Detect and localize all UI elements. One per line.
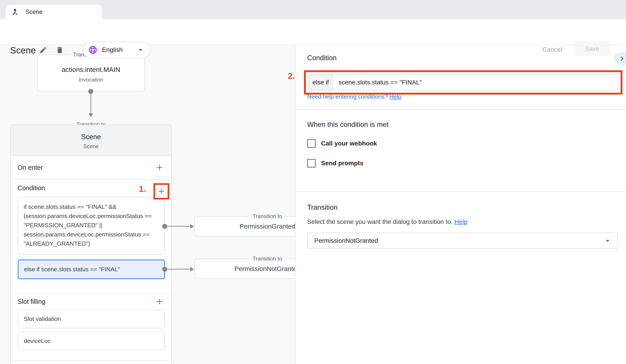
on-enter-label: On enter (18, 164, 43, 171)
slot-filling-row: Slot filling (11, 293, 171, 310)
prompts-option-row: Send prompts (307, 159, 363, 168)
add-condition-button-highlighted[interactable] (154, 183, 169, 199)
collapse-panel-button[interactable] (613, 52, 626, 65)
send-prompts-label: Send prompts (321, 160, 363, 167)
page-title: Scene (10, 45, 36, 55)
connector-dot (162, 224, 167, 229)
scene-node-card: Transition to Scene Scene On enter Condi… (10, 124, 172, 364)
transition-help-link[interactable]: Help (454, 218, 467, 225)
divider (295, 191, 626, 191)
language-selector[interactable]: English (83, 41, 151, 58)
slot-filling-label: Slot filling (18, 298, 45, 305)
condition-detail-panel: Condition else if Need help entering con… (295, 45, 626, 364)
connector-arrowhead (190, 267, 194, 271)
save-button[interactable]: Save (574, 41, 611, 56)
condition-section-label: Condition (18, 184, 45, 192)
connector-line (91, 93, 91, 113)
slot-deviceloc-item[interactable]: deviceLoc (18, 332, 165, 350)
condition-editor-highlight: else if (304, 70, 623, 95)
annotation-step-2: 2. (288, 72, 295, 81)
slot-deviceloc-label: deviceLoc (24, 337, 51, 344)
chevron-right-icon (618, 54, 626, 63)
scene-merge-icon (11, 7, 20, 16)
connector-line (167, 226, 191, 227)
target-title: PermissionNotGranted (234, 265, 300, 273)
target-title: PermissionGranted (239, 223, 295, 230)
language-caret-icon (137, 46, 144, 54)
divider (295, 109, 626, 110)
tab-bar: Scene (0, 0, 626, 19)
divider (11, 361, 171, 361)
intent-name: actions.intent.MAIN (38, 66, 145, 73)
condition-if-text: if scene.slots.status == "FINAL" && (ses… (24, 203, 152, 247)
cancel-button[interactable]: Cancel (540, 44, 564, 55)
condition-item-elseif-selected[interactable]: else if scene.slots.status == "FINAL" (18, 259, 165, 279)
webhook-option-row: Call your webhook (307, 139, 377, 148)
plus-icon (157, 187, 166, 196)
add-on-enter-button[interactable] (155, 163, 164, 173)
annotation-step-1: 1. (139, 184, 146, 194)
send-prompts-checkbox[interactable] (307, 159, 316, 168)
connector-arrowhead (88, 113, 93, 117)
language-label: English (102, 46, 132, 53)
transition-to-legend: Transition to (249, 255, 286, 262)
trash-icon (56, 46, 64, 54)
header: Scene English C (0, 19, 626, 45)
connector-dot (162, 267, 167, 272)
when-condition-met-heading: When this condition is met (307, 121, 389, 129)
dropdown-caret-icon (603, 236, 612, 245)
transition-help-line: Select the scene you want the dialog to … (307, 218, 467, 225)
transition-scene-value: PermissionNotGranted (314, 237, 378, 244)
tab-scene[interactable]: Scene (6, 5, 102, 19)
operator-chip: else if (309, 74, 333, 90)
scene-card-header[interactable]: Scene Scene (11, 125, 171, 156)
condition-heading: Condition (307, 54, 337, 62)
call-webhook-checkbox[interactable] (307, 139, 316, 148)
delete-scene-button[interactable] (55, 45, 65, 55)
transition-help-text: Select the scene you want the dialog to … (307, 218, 453, 225)
tab-label: Scene (25, 8, 43, 15)
edit-scene-button[interactable] (38, 45, 48, 55)
actions-builder-scene-editor: Scene Scene English (0, 0, 626, 364)
transition-from-node[interactable]: Transition from actions.intent.MAIN Invo… (37, 55, 145, 91)
condition-expression-input[interactable] (332, 74, 618, 90)
condition-item-if[interactable]: if scene.slots.status == "FINAL" && (ses… (18, 197, 165, 255)
add-slot-button[interactable] (155, 297, 164, 306)
globe-icon (88, 45, 98, 55)
scene-subtitle: Scene (11, 143, 171, 149)
connector-line (167, 269, 191, 269)
transition-to-legend: Transition to (249, 213, 286, 219)
on-enter-row: On enter (11, 156, 171, 179)
slot-validation-item[interactable]: Slot validation (18, 310, 165, 328)
condition-elseif-text: else if scene.slots.status == "FINAL" (24, 266, 120, 273)
call-webhook-label: Call your webhook (321, 140, 377, 147)
pencil-icon (39, 46, 47, 54)
connector-arrowhead (190, 224, 194, 229)
condition-section-header: Condition (11, 179, 171, 197)
slot-validation-label: Slot validation (24, 316, 61, 323)
transition-scene-dropdown[interactable]: PermissionNotGranted (307, 233, 618, 249)
transition-heading: Transition (307, 203, 338, 212)
scene-title: Scene (11, 133, 171, 141)
intent-type: Invocation (38, 76, 145, 83)
